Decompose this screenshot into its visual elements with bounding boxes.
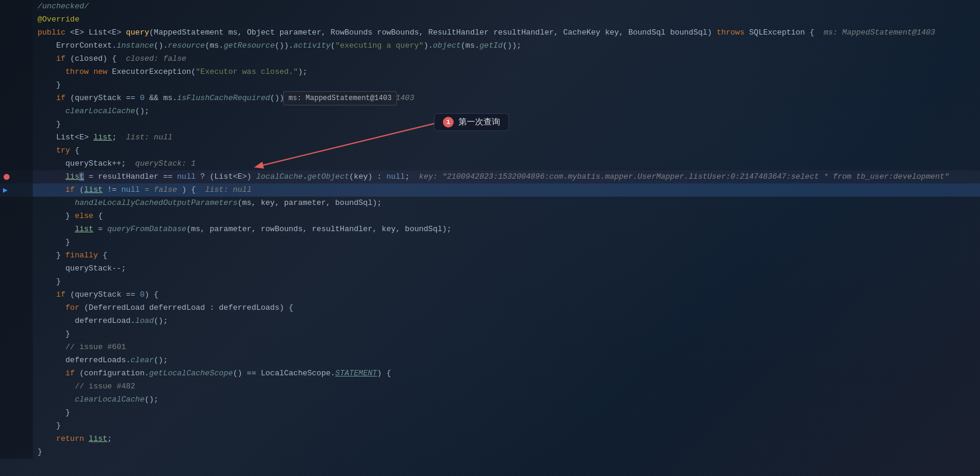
line-content-23: if (queryStack == 0) { [33,288,980,301]
line-gutter-22 [0,275,33,288]
line-gutter-2 [0,13,33,26]
debug-arrow: ▶ [3,185,8,195]
line-gutter-9 [0,105,33,118]
line-gutter-18 [0,223,33,236]
line-gutter-13 [0,157,33,170]
callout-number: 1 [443,117,454,127]
line-content-32: } [33,406,980,419]
code-line-4: ErrorContext.instance().resource(ms.getR… [0,39,980,52]
line-gutter-6 [0,66,33,79]
line-gutter-30 [0,380,33,393]
callout-box: 1 第一次查询 [434,113,509,131]
line-gutter-10 [0,118,33,131]
line-content-27: // issue #601 [33,341,980,354]
line-content-20: } finally { [33,249,980,262]
line-gutter-32 [0,406,33,419]
editor-container: /unchecked/ @Override public <E> List<E>… [0,0,980,476]
code-line-33: } [0,419,980,433]
line-gutter-26 [0,328,33,341]
line-content-8: if (queryStack == 0 && ms.isFlushCacheRe… [33,92,980,105]
line-content-1: /unchecked/ [33,0,980,13]
code-line-5: if (closed) { closed: false [0,52,980,66]
code-line-26: } [0,328,980,341]
code-line-2: @Override [0,13,980,26]
code-line-19: } [0,236,980,249]
code-line-24: for (DeferredLoad deferredLoad : deferre… [0,301,980,315]
code-line-3: public <E> List<E> query(MappedStatement… [0,26,980,39]
code-line-8: if (queryStack == 0 && ms.isFlushCacheRe… [0,92,980,105]
callout-text: 第一次查询 [458,117,500,127]
line-gutter-17 [0,210,33,223]
line-gutter-1 [0,0,33,13]
line-content-29: if (configuration.getLocalCacheScope() =… [33,367,980,380]
line-gutter-11 [0,131,33,144]
code-line-11: List<E> list; list: null [0,131,980,144]
line-content-28: deferredLoads.clear(); [33,354,980,367]
line-content-4: ErrorContext.instance().resource(ms.getR… [33,39,980,52]
code-line-7: } [0,79,980,92]
code-line-27: // issue #601 [0,341,980,354]
code-line-6: throw new ExecutorException("Executor wa… [0,66,980,79]
line-content-18: list = queryFromDatabase(ms, parameter, … [33,223,980,236]
code-line-32: } [0,406,980,419]
line-gutter-15: ▶ [0,183,33,197]
line-content-15: if (list != null = false ) { list: null [33,183,980,197]
line-content-17: } else { [33,210,980,223]
line-content-21: queryStack--; [33,262,980,275]
line-content-14: list = resultHandler == null ? (List<E>)… [33,170,980,183]
line-content-24: for (DeferredLoad deferredLoad : deferre… [33,301,980,315]
line-content-19: } [33,236,980,249]
code-line-13: queryStack++; queryStack: 1 [0,157,980,170]
line-content-7: } [33,79,980,92]
code-line-23: if (queryStack == 0) { [0,288,980,301]
line-gutter-33 [0,419,33,433]
line-content-11: List<E> list; list: null [33,131,980,144]
line-gutter-27 [0,341,33,354]
code-line-29: if (configuration.getLocalCacheScope() =… [0,367,980,380]
line-content-33: } [33,419,980,433]
line-content-3: public <E> List<E> query(MappedStatement… [33,26,980,39]
code-line-21: queryStack--; [0,262,980,275]
code-line-1: /unchecked/ [0,0,980,13]
line-gutter-35 [0,446,33,459]
code-line-28: deferredLoads.clear(); [0,354,980,367]
line-gutter-20 [0,249,33,262]
code-area: /unchecked/ @Override public <E> List<E>… [0,0,980,476]
line-content-35: } [33,446,980,459]
tooltip-ms-text: ms: MappedStatement@1403 [289,94,392,102]
line-gutter-29 [0,367,33,380]
line-gutter-19 [0,236,33,249]
code-line-12: try { [0,144,980,157]
line-gutter-14 [0,170,33,183]
code-line-14: list = resultHandler == null ? (List<E>)… [0,170,980,183]
line-content-12: try { [33,144,980,157]
code-line-18: list = queryFromDatabase(ms, parameter, … [0,223,980,236]
line-content-5: if (closed) { closed: false [33,52,980,66]
code-line-25: deferredLoad.load(); [0,315,980,328]
line-gutter-28 [0,354,33,367]
code-line-35: } [0,446,980,459]
line-gutter-34 [0,433,33,446]
line-content-25: deferredLoad.load(); [33,315,980,328]
code-line-31: clearLocalCache(); [0,393,980,406]
line-content-2: @Override [33,13,980,26]
line-gutter-3 [0,26,33,39]
line-content-6: throw new ExecutorException("Executor wa… [33,66,980,79]
code-line-16: handleLocallyCachedOutputParameters(ms, … [0,197,980,210]
tooltip-ms: ms: MappedStatement@1403 [283,91,397,105]
line-content-22: } [33,275,980,288]
line-gutter-24 [0,301,33,315]
code-line-17: } else { [0,210,980,223]
line-content-13: queryStack++; queryStack: 1 [33,157,980,170]
code-line-34: return list; [0,433,980,446]
line-content-26: } [33,328,980,341]
line-gutter-4 [0,39,33,52]
line-gutter-21 [0,262,33,275]
line-gutter-16 [0,197,33,210]
code-line-22: } [0,275,980,288]
line-content-31: clearLocalCache(); [33,393,980,406]
line-content-34: return list; [33,433,980,446]
code-line-20: } finally { [0,249,980,262]
line-content-30: // issue #482 [33,380,980,393]
line-gutter-25 [0,315,33,328]
